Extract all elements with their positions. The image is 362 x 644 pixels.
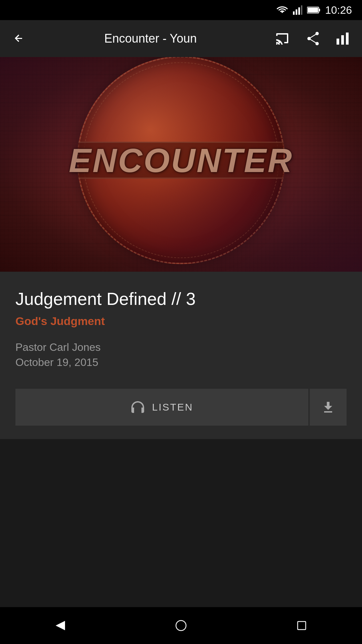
- hero-image: ENCOUNTER: [0, 57, 362, 272]
- svg-rect-3: [301, 5, 302, 15]
- app-bar-title: Encounter - Youn: [34, 32, 267, 46]
- svg-line-10: [309, 34, 317, 39]
- pastor-name: Pastor Carl Jones: [15, 341, 347, 354]
- svg-rect-6: [308, 8, 318, 12]
- svg-rect-0: [293, 11, 295, 15]
- listen-button[interactable]: LISTEN: [15, 389, 308, 426]
- status-time: 10:26: [325, 4, 352, 16]
- svg-rect-12: [337, 39, 339, 45]
- svg-rect-13: [341, 35, 344, 45]
- signal-icon: [293, 5, 302, 15]
- svg-rect-1: [296, 9, 297, 15]
- svg-rect-5: [319, 9, 320, 11]
- download-button[interactable]: [310, 389, 347, 426]
- cast-button[interactable]: [274, 30, 292, 47]
- recent-nav-button[interactable]: [285, 607, 318, 644]
- encounter-word: ENCOUNTER: [69, 141, 293, 179]
- recent-nav-icon: [296, 620, 307, 631]
- svg-rect-16: [298, 622, 306, 630]
- download-icon: [321, 400, 335, 414]
- svg-rect-2: [298, 7, 300, 15]
- back-nav-icon: [54, 620, 66, 632]
- listen-row: LISTEN: [15, 389, 347, 426]
- nav-bar: [0, 607, 362, 644]
- app-bar-actions: [274, 29, 352, 48]
- headphones-icon: [130, 400, 145, 414]
- encounter-circle: ENCOUNTER: [77, 57, 285, 264]
- content-area: Judgement Defined // 3 God's Judgment Pa…: [0, 272, 362, 439]
- home-nav-icon: [175, 620, 187, 632]
- svg-point-15: [176, 621, 186, 631]
- status-bar: 10:26: [0, 0, 362, 20]
- wifi-icon: [276, 6, 288, 14]
- back-button[interactable]: [10, 30, 27, 47]
- sermon-date: October 19, 2015: [15, 356, 347, 369]
- series-name: God's Judgment: [15, 315, 347, 328]
- svg-line-11: [309, 39, 317, 44]
- app-bar: Encounter - Youn: [0, 20, 362, 57]
- battery-icon: [307, 6, 320, 14]
- sermon-title: Judgement Defined // 3: [15, 288, 347, 309]
- listen-label: LISTEN: [152, 401, 193, 413]
- back-nav-button[interactable]: [44, 607, 77, 644]
- svg-rect-14: [346, 33, 349, 45]
- home-nav-button[interactable]: [164, 607, 198, 644]
- stats-button[interactable]: [334, 30, 352, 47]
- share-button[interactable]: [304, 29, 322, 48]
